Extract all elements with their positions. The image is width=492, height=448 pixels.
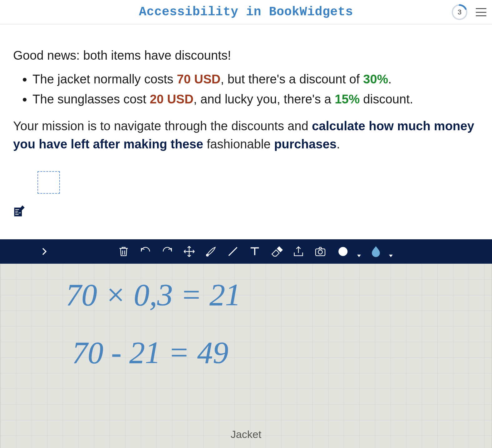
- whiteboard: 70 × 0,3 = 21 70 - 21 = 49 Jacket: [0, 239, 492, 448]
- handwriting-line: 70 - 21 = 49: [72, 337, 229, 368]
- opacity-picker[interactable]: [365, 243, 386, 260]
- question-content: Good news: both items have discounts! Th…: [0, 24, 492, 153]
- list-item: The jacket normally costs 70 USD, but th…: [32, 70, 479, 88]
- mission-text: Your mission is to navigate through the …: [13, 117, 479, 153]
- answer-area: [0, 159, 492, 217]
- jacket-price: 70 USD: [177, 72, 220, 86]
- header-actions: 3: [451, 0, 486, 24]
- undo-icon[interactable]: [137, 243, 154, 260]
- svg-rect-5: [15, 214, 19, 215]
- handwriting-line: 70 × 0,3 = 21: [66, 279, 241, 311]
- trash-icon[interactable]: [115, 243, 132, 260]
- svg-point-10: [318, 250, 322, 254]
- expand-icon[interactable]: [36, 243, 53, 260]
- line-icon[interactable]: [224, 243, 242, 260]
- move-icon[interactable]: [180, 243, 198, 260]
- edit-icon[interactable]: [13, 204, 26, 217]
- eraser-icon[interactable]: [268, 243, 285, 260]
- header-bar: Accessibility in BookWidgets 3: [0, 0, 492, 24]
- whiteboard-canvas[interactable]: 70 × 0,3 = 21 70 - 21 = 49 Jacket: [0, 264, 492, 448]
- jacket-discount: 30%: [363, 72, 388, 86]
- list-item: The sunglasses cost 20 USD, and lucky yo…: [32, 90, 479, 108]
- brush-icon[interactable]: [202, 243, 220, 260]
- progress-badge[interactable]: 3: [451, 4, 468, 20]
- share-icon[interactable]: [290, 243, 307, 260]
- svg-line-8: [229, 247, 237, 256]
- progress-number: 3: [451, 4, 468, 20]
- canvas-caption: Jacket: [0, 428, 492, 441]
- color-picker[interactable]: [333, 243, 355, 260]
- camera-icon[interactable]: [312, 243, 329, 260]
- svg-point-11: [339, 247, 347, 256]
- text-tool-icon[interactable]: [246, 243, 263, 260]
- redo-icon[interactable]: [159, 243, 176, 260]
- item-list: The jacket normally costs 70 USD, but th…: [32, 70, 479, 108]
- page-title: Accessibility in BookWidgets: [139, 5, 353, 19]
- whiteboard-toolbar: [0, 239, 492, 264]
- sunglasses-price: 20 USD: [150, 92, 194, 106]
- intro-text: Good news: both items have discounts!: [13, 46, 479, 64]
- chevron-down-icon[interactable]: [389, 255, 393, 257]
- menu-icon[interactable]: [476, 8, 486, 16]
- chevron-down-icon[interactable]: [357, 255, 361, 257]
- sunglasses-discount: 15%: [335, 92, 360, 106]
- selection-placeholder[interactable]: [37, 171, 60, 194]
